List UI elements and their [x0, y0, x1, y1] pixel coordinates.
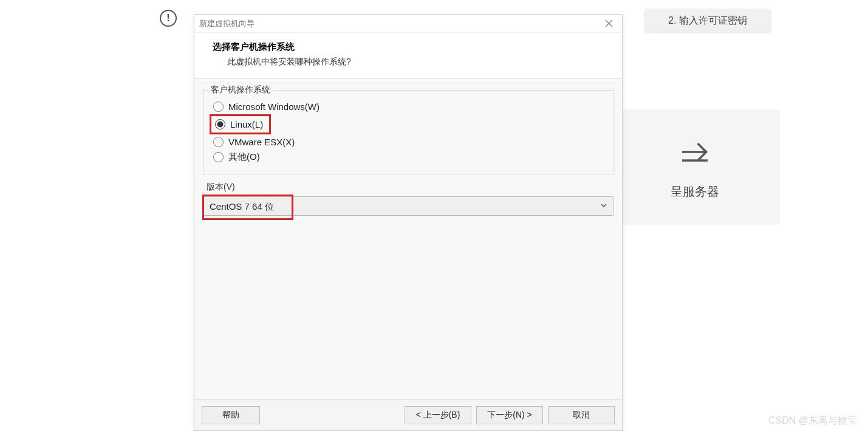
next-button[interactable]: 下一步(N) >: [476, 406, 543, 424]
dialog-titlebar: 新建虚拟机向导: [194, 15, 622, 33]
radio-linux[interactable]: [215, 119, 225, 129]
dialog-footer: 帮助 < 上一步(B) 下一步(N) > 取消: [194, 399, 622, 430]
version-select-wrap: CentOS 7 64 位: [203, 196, 613, 216]
os-option-linux[interactable]: Linux(L): [213, 117, 265, 131]
guest-os-fieldset: 客户机操作系统 Microsoft Windows(W) Linux(L) VM…: [203, 90, 613, 174]
warning-icon: !: [160, 10, 177, 27]
os-option-other[interactable]: 其他(O): [211, 150, 606, 165]
bg-license-button[interactable]: 2. 输入许可证密钥: [644, 9, 771, 33]
version-label: 版本(V): [204, 182, 238, 193]
guest-os-legend: 客户机操作系统: [208, 84, 273, 95]
help-button[interactable]: 帮助: [202, 406, 260, 424]
bg-card-label: 呈服务器: [671, 184, 719, 200]
dialog-body: 客户机操作系统 Microsoft Windows(W) Linux(L) VM…: [194, 79, 622, 399]
version-select[interactable]: CentOS 7 64 位: [203, 196, 613, 216]
header-title: 选择客户机操作系统: [213, 41, 604, 53]
radio-windows[interactable]: [213, 102, 224, 112]
close-icon: [605, 19, 613, 27]
dialog-header: 选择客户机操作系统 此虚拟机中将安装哪种操作系统?: [194, 33, 622, 79]
os-option-windows[interactable]: Microsoft Windows(W): [211, 100, 606, 114]
back-button[interactable]: < 上一步(B): [405, 406, 471, 424]
dialog-title: 新建虚拟机向导: [199, 18, 600, 29]
arrow-right-icon: [678, 135, 712, 171]
radio-label: VMware ESX(X): [228, 137, 295, 147]
bg-server-card[interactable]: 呈服务器: [610, 109, 780, 225]
version-group: 版本(V) CentOS 7 64 位: [203, 182, 613, 216]
radio-label: Microsoft Windows(W): [228, 102, 320, 112]
radio-other[interactable]: [213, 152, 224, 162]
cancel-button[interactable]: 取消: [548, 406, 615, 424]
radio-label: 其他(O): [228, 151, 260, 163]
os-option-vmware-esx[interactable]: VMware ESX(X): [211, 135, 606, 149]
radio-vmware-esx[interactable]: [213, 137, 224, 147]
watermark: CSDN @东离与糖宝: [768, 415, 857, 427]
header-subtitle: 此虚拟机中将安装哪种操作系统?: [213, 57, 604, 67]
close-button[interactable]: [600, 17, 617, 30]
radio-label: Linux(L): [230, 119, 263, 129]
new-vm-wizard-dialog: 新建虚拟机向导 选择客户机操作系统 此虚拟机中将安装哪种操作系统? 客户机操作系…: [194, 14, 623, 431]
highlight-linux: Linux(L): [210, 114, 271, 134]
